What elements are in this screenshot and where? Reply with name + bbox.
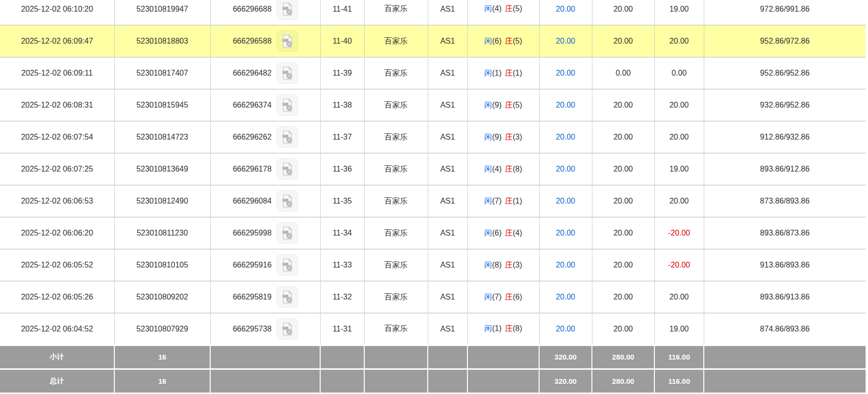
bet-amount-link[interactable]: 20.00 [556,37,575,45]
total-empty-cell [428,369,467,393]
balance: 972.86/991.86 [704,0,866,25]
game-result: 闲(9)庄(5) [467,89,539,121]
record-row[interactable]: 2025-12-02 06:10:20 523010819947 6662966… [0,0,866,25]
total-label: 总计 [0,369,114,393]
bet-amount-link[interactable]: 20.00 [556,261,575,269]
video-replay-icon [280,194,294,208]
balance: 952.86/952.86 [704,57,866,89]
banker-points: (5) [513,101,523,109]
video-replay-button[interactable] [277,63,298,84]
bet-amount-cell: 20.00 [539,121,592,153]
round-number: 666296262 [232,133,271,142]
bet-amount-cell: 20.00 [539,25,592,57]
table-round-id: 11-31 [320,313,364,345]
bet-amount-link[interactable]: 20.00 [556,229,575,237]
player-result-label: 闲 [484,324,492,332]
video-replay-button[interactable] [277,95,298,116]
bet-amount-link[interactable]: 20.00 [556,165,575,173]
round-number: 666296374 [232,101,271,110]
banker-points: (1) [513,69,523,77]
bet-amount-link[interactable]: 20.00 [556,101,575,109]
game-result: 闲(4)庄(8) [467,153,539,185]
player-result-label: 闲 [484,4,492,13]
video-replay-button[interactable] [277,254,298,276]
player-result-label: 闲 [484,101,492,109]
game-type: 百家乐 [364,249,428,281]
table-round-id: 11-37 [320,121,364,153]
record-row[interactable]: 2025-12-02 06:05:26 523010809202 6662958… [0,281,866,313]
round-number: 666296482 [232,69,271,78]
video-replay-button[interactable] [277,222,298,244]
record-row[interactable]: 2025-12-02 06:09:47 523010818803 6662965… [0,25,866,57]
player-points: (1) [492,69,502,77]
video-replay-button[interactable] [277,158,298,180]
table-code: AS1 [428,313,467,345]
bet-time: 2025-12-02 06:06:20 [0,217,114,249]
round-number: 666296084 [232,197,271,205]
banker-result-label: 庄 [505,133,513,141]
table-code: AS1 [428,121,467,153]
balance: 952.86/972.86 [704,25,866,57]
order-number: 523010819947 [114,0,210,25]
subtotal-empty-cell [210,345,320,369]
round-number: 666295916 [232,261,271,269]
record-row[interactable]: 2025-12-02 06:09:11 523010817407 6662964… [0,57,866,89]
balance: 893.86/873.86 [704,217,866,249]
win-loss: 20.00 [654,89,704,121]
round-number-cell: 666296178 [210,153,320,185]
win-loss: 19.00 [654,313,704,345]
player-result-label: 闲 [484,133,492,141]
record-row[interactable]: 2025-12-02 06:07:54 523010814723 6662962… [0,121,866,153]
order-number: 523010813649 [114,153,210,185]
video-replay-button[interactable] [277,126,298,148]
bet-amount-link[interactable]: 20.00 [556,5,575,13]
win-loss: 20.00 [654,185,704,217]
video-replay-button[interactable] [277,0,298,20]
record-row[interactable]: 2025-12-02 06:05:52 523010810105 6662959… [0,249,866,281]
bet-amount-link[interactable]: 20.00 [556,197,575,205]
order-number: 523010807929 [114,313,210,345]
video-replay-button[interactable] [277,31,298,52]
bet-records-page: 2025-12-02 06:10:20 523010819947 6662966… [0,0,868,394]
table-code: AS1 [428,0,467,25]
banker-result-label: 庄 [505,293,513,301]
bet-time: 2025-12-02 06:06:53 [0,185,114,217]
record-row[interactable]: 2025-12-02 06:08:31 523010815945 6662963… [0,89,866,121]
table-code: AS1 [428,281,467,313]
video-replay-icon [280,130,294,144]
video-replay-icon [280,66,294,80]
player-points: (9) [492,133,502,141]
round-number: 666295819 [232,293,271,301]
bet-time: 2025-12-02 06:07:54 [0,121,114,153]
banker-points: (6) [513,293,523,301]
video-replay-button[interactable] [277,190,298,212]
table-round-id: 11-32 [320,281,364,313]
total-empty-cell [704,369,866,393]
subtotal-label: 小计 [0,345,114,369]
game-result: 闲(7)庄(1) [467,185,539,217]
total-win-loss-total: 116.00 [654,369,704,393]
round-number: 666296178 [232,165,271,173]
record-row[interactable]: 2025-12-02 06:06:20 523010811230 6662959… [0,217,866,249]
round-number: 666295998 [232,229,271,237]
record-row[interactable]: 2025-12-02 06:04:52 523010807929 6662957… [0,313,866,345]
record-row[interactable]: 2025-12-02 06:07:25 523010813649 6662961… [0,153,866,185]
balance: 932.86/952.86 [704,89,866,121]
video-replay-icon [280,322,294,336]
table-round-id: 11-33 [320,249,364,281]
valid-bet: 20.00 [592,217,654,249]
bet-amount-link[interactable]: 20.00 [556,69,575,77]
banker-points: (3) [513,133,523,141]
bet-amount-link[interactable]: 20.00 [556,293,575,301]
bet-amount-link[interactable]: 20.00 [556,325,575,333]
game-result: 闲(6)庄(4) [467,217,539,249]
banker-result-label: 庄 [505,37,513,45]
game-type: 百家乐 [364,281,428,313]
order-number: 523010817407 [114,57,210,89]
video-replay-button[interactable] [277,318,298,340]
bet-amount-cell: 20.00 [539,153,592,185]
video-replay-button[interactable] [277,286,298,308]
round-number: 666296588 [232,37,271,46]
record-row[interactable]: 2025-12-02 06:06:53 523010812490 6662960… [0,185,866,217]
bet-amount-link[interactable]: 20.00 [556,133,575,141]
